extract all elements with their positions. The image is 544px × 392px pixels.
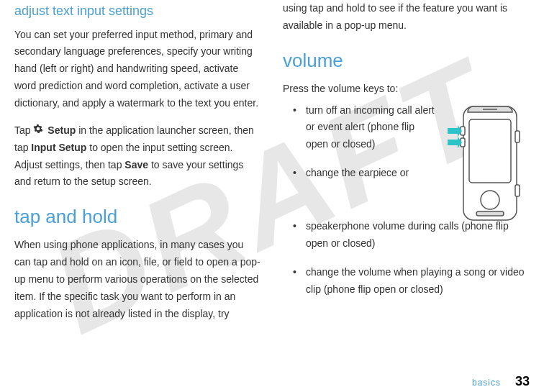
- footer-section-label: basics: [472, 378, 501, 388]
- svg-marker-10: [448, 137, 462, 148]
- list-item-continuation: speakerphone volume during calls (phone …: [306, 218, 530, 252]
- list-item: turn off an incoming call alert or event…: [306, 102, 435, 153]
- heading-tap-and-hold: tap and hold: [14, 201, 261, 232]
- svg-point-2: [481, 191, 499, 209]
- svg-marker-9: [448, 125, 462, 137]
- paragraph-input-settings: You can set your preferred input method,…: [14, 27, 261, 112]
- volume-list-continued: speakerphone volume during calls (phone …: [283, 218, 530, 298]
- list-item-text: speakerphone volume during calls (phone …: [306, 220, 509, 249]
- save-label: Save: [124, 159, 148, 170]
- svg-rect-6: [515, 131, 520, 142]
- left-column: adjust text input settings You can set y…: [14, 0, 261, 332]
- paragraph-tap-and-hold: When using phone applications, in many c…: [14, 237, 261, 322]
- device-illustration: [443, 102, 530, 230]
- page-footer: basics 33: [472, 374, 530, 389]
- list-item: change the earpiece or: [306, 165, 435, 182]
- arrow-icon: [448, 137, 462, 148]
- list-item: change the volume when playing a song or…: [306, 264, 530, 298]
- arrow-icon: [448, 125, 462, 137]
- volume-row: turn off an incoming call alert or event…: [283, 102, 530, 230]
- setup-label: Setup: [47, 124, 76, 136]
- page-content: adjust text input settings You can set y…: [0, 0, 544, 332]
- volume-bullets-wrap: turn off an incoming call alert or event…: [283, 102, 435, 182]
- heading-adjust-text-input: adjust text input settings: [14, 0, 261, 22]
- svg-rect-7: [515, 185, 520, 196]
- text-fragment: Tap: [14, 124, 33, 136]
- svg-rect-1: [469, 119, 511, 183]
- paragraph-setup-instructions: Tap Setup in the application launcher sc…: [14, 122, 261, 191]
- gear-icon: [33, 122, 43, 140]
- paragraph-volume-intro: Press the volume keys to:: [283, 81, 530, 98]
- list-item-text: change the earpiece or: [306, 167, 409, 178]
- heading-volume: volume: [283, 45, 530, 76]
- paragraph-continuation: using tap and hold to see if the feature…: [283, 0, 530, 35]
- svg-rect-3: [476, 211, 504, 216]
- input-setup-label: Input Setup: [31, 142, 86, 153]
- right-column: using tap and hold to see if the feature…: [283, 0, 530, 332]
- volume-list: turn off an incoming call alert or event…: [283, 102, 435, 182]
- footer-page-number: 33: [515, 374, 530, 389]
